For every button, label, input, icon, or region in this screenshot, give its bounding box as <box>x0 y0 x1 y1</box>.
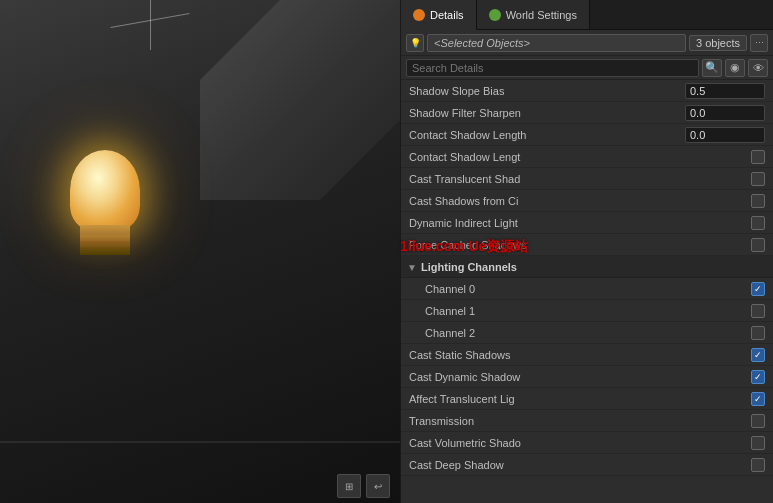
cast-deep-shadow-checkbox[interactable] <box>751 458 765 472</box>
eye-button[interactable]: 👁 <box>748 59 768 77</box>
shadow-filter-sharpen-label: Shadow Filter Sharpen <box>409 107 685 119</box>
details-tab-icon <box>413 9 425 21</box>
contact-shadow-length-check-label: Contact Shadow Lengt <box>409 151 751 163</box>
bulb-glass <box>70 150 140 230</box>
cast-volumetric-shadows-label: Cast Volumetric Shado <box>409 437 751 449</box>
cast-translucent-shadows-label: Cast Translucent Shad <box>409 173 751 185</box>
transmission-checkbox[interactable] <box>751 414 765 428</box>
search-input[interactable] <box>406 59 699 77</box>
prop-cast-deep-shadow: Cast Deep Shadow <box>401 454 773 476</box>
contact-shadow-length-text-label: Contact Shadow Length <box>409 129 685 141</box>
viewport-icon-back[interactable]: ↩ <box>366 474 390 498</box>
object-count-badge: 3 objects <box>689 35 747 51</box>
world-settings-tab-label: World Settings <box>506 9 577 21</box>
cast-dynamic-shadows-checkbox[interactable] <box>751 370 765 384</box>
prop-contact-shadow-length-text: Contact Shadow Length 0.0 <box>401 124 773 146</box>
prop-dynamic-indirect-light: Dynamic Indirect Light <box>401 212 773 234</box>
shadow-filter-sharpen-value[interactable]: 0.0 <box>685 105 765 121</box>
prop-cast-dynamic-shadows: Cast Dynamic Shadow <box>401 366 773 388</box>
cast-translucent-shadows-checkbox[interactable] <box>751 172 765 186</box>
dynamic-indirect-light-label: Dynamic Indirect Light <box>409 217 751 229</box>
toolbar-extra-btn[interactable]: ⋯ <box>750 34 768 52</box>
object-icon-btn[interactable]: 💡 <box>406 34 424 52</box>
tab-bar: Details World Settings <box>401 0 773 30</box>
prop-cast-translucent-shadows: Cast Translucent Shad <box>401 168 773 190</box>
shadow-slope-bias-label: Shadow Slope Bias <box>409 85 685 97</box>
tab-world-settings[interactable]: World Settings <box>477 0 590 29</box>
cast-static-shadows-checkbox[interactable] <box>751 348 765 362</box>
cast-dynamic-shadows-label: Cast Dynamic Shadow <box>409 371 751 383</box>
channel-1-checkbox[interactable] <box>751 304 765 318</box>
channel-2-checkbox[interactable] <box>751 326 765 340</box>
transmission-label: Transmission <box>409 415 751 427</box>
cast-volumetric-shadows-checkbox[interactable] <box>751 436 765 450</box>
world-settings-tab-icon <box>489 9 501 21</box>
prop-channel-1: Channel 1 <box>401 300 773 322</box>
affect-translucent-lighting-checkbox[interactable] <box>751 392 765 406</box>
prop-cast-static-shadows: Cast Static Shadows <box>401 344 773 366</box>
cast-deep-shadow-label: Cast Deep Shadow <box>409 459 751 471</box>
filter-button[interactable]: ◉ <box>725 59 745 77</box>
channel-1-label: Channel 1 <box>409 305 751 317</box>
tab-details[interactable]: Details <box>401 0 477 30</box>
prop-transmission: Transmission <box>401 410 773 432</box>
lighting-channels-section[interactable]: ▼ Lighting Channels <box>401 256 773 278</box>
channel-2-label: Channel 2 <box>409 327 751 339</box>
cast-shadows-cinema-checkbox[interactable] <box>751 194 765 208</box>
contact-shadow-length-checkbox[interactable] <box>751 150 765 164</box>
contact-shadow-length-text-value[interactable]: 0.0 <box>685 127 765 143</box>
cast-static-shadows-label: Cast Static Shadows <box>409 349 751 361</box>
prop-shadow-slope-bias: Shadow Slope Bias 0.5 <box>401 80 773 102</box>
search-bar: 🔍 ◉ 👁 <box>401 56 773 80</box>
light-bulb <box>60 150 150 280</box>
dynamic-indirect-light-checkbox[interactable] <box>751 216 765 230</box>
object-toolbar: 💡 <Selected Objects> 3 objects ⋯ <box>401 30 773 56</box>
search-button[interactable]: 🔍 <box>702 59 722 77</box>
bulb-thread-3 <box>80 247 130 255</box>
prop-channel-2: Channel 2 <box>401 322 773 344</box>
prop-channel-0: Channel 0 <box>401 278 773 300</box>
prop-affect-translucent-lighting: Affect Translucent Lig <box>401 388 773 410</box>
channel-0-checkbox[interactable] <box>751 282 765 296</box>
selected-objects-label[interactable]: <Selected Objects> <box>427 34 686 52</box>
prop-cast-shadows-cinema: Cast Shadows from Ci <box>401 190 773 212</box>
properties-list: Shadow Slope Bias 0.5 Shadow Filter Shar… <box>401 80 773 503</box>
affect-translucent-lighting-label: Affect Translucent Lig <box>409 393 751 405</box>
lighting-channels-label: Lighting Channels <box>421 261 517 273</box>
crosshair-vertical <box>150 0 151 50</box>
cast-shadows-cinema-label: Cast Shadows from Ci <box>409 195 751 207</box>
viewport-panel: ⊞ ↩ <box>0 0 400 503</box>
force-cached-shadows-label: Force Cached Shadows <box>409 239 751 251</box>
force-cached-shadows-checkbox[interactable] <box>751 238 765 252</box>
prop-cast-volumetric-shadows: Cast Volumetric Shado <box>401 432 773 454</box>
shadow-slope-bias-value[interactable]: 0.5 <box>685 83 765 99</box>
viewport-icon-grid[interactable]: ⊞ <box>337 474 361 498</box>
floor-plane <box>0 441 400 443</box>
viewport-bottom-toolbar: ⊞ ↩ <box>337 474 390 498</box>
details-tab-label: Details <box>430 9 464 21</box>
details-panel: Details World Settings 💡 <Selected Objec… <box>400 0 773 503</box>
prop-contact-shadow-length-check: Contact Shadow Lengt <box>401 146 773 168</box>
prop-shadow-filter-sharpen: Shadow Filter Sharpen 0.0 <box>401 102 773 124</box>
prop-force-cached-shadows: Force Cached Shadows <box>401 234 773 256</box>
channel-0-label: Channel 0 <box>409 283 751 295</box>
lighting-channels-arrow: ▼ <box>407 262 417 272</box>
